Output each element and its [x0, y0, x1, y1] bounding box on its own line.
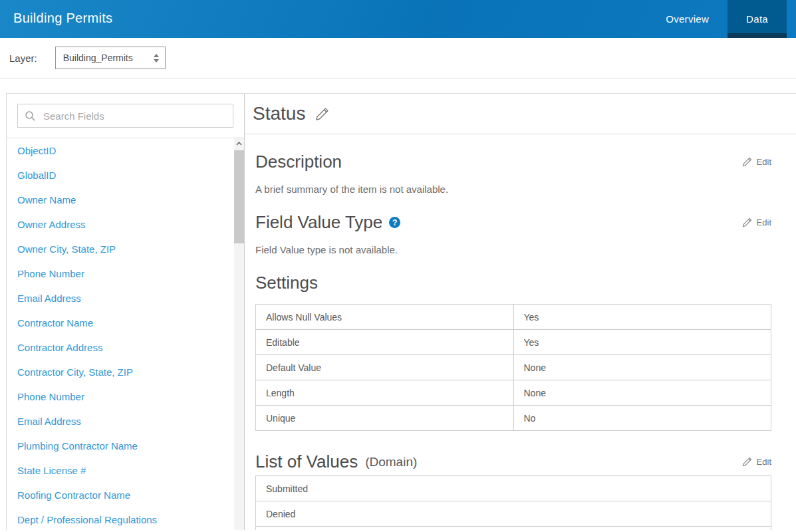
settings-section-header: Settings	[255, 273, 771, 293]
fields-list: ObjectID GlobalID Owner Name Owner Addre…	[7, 138, 234, 530]
layer-select-value: Building_Permits	[63, 53, 133, 63]
list-of-values-heading: List of Values (Domain)	[255, 452, 417, 472]
field-item[interactable]: Phone Number	[7, 384, 234, 409]
edit-label: Edit	[757, 217, 771, 227]
field-item[interactable]: Phone Number	[7, 261, 234, 286]
edit-pencil-icon	[742, 457, 752, 467]
layer-label: Layer:	[9, 53, 37, 64]
field-value-type-section-header: Field Value Type ? Edit	[255, 212, 771, 233]
tab-overview[interactable]: Overview	[647, 0, 728, 38]
rename-field-pencil-icon[interactable]	[315, 107, 329, 121]
description-section-header: Description Edit	[255, 152, 771, 172]
header-tabs: Overview Data	[647, 0, 796, 38]
edit-pencil-icon	[742, 217, 752, 227]
settings-row: Unique No	[256, 406, 771, 431]
content-area: ObjectID GlobalID Owner Name Owner Addre…	[6, 93, 796, 530]
edit-list-of-values-button[interactable]: Edit	[742, 457, 771, 467]
value-cell: Denied	[256, 501, 771, 527]
search-box	[17, 104, 233, 128]
settings-table: Allows Null Values Yes Editable Yes Defa…	[255, 304, 771, 431]
description-heading: Description	[255, 152, 342, 172]
field-item[interactable]: State License #	[7, 458, 234, 483]
field-value-type-heading-text: Field Value Type	[255, 212, 382, 233]
tab-data[interactable]: Data	[728, 0, 787, 38]
layer-select[interactable]: Building_Permits	[55, 47, 166, 69]
value-row: Hold	[256, 527, 771, 531]
field-item[interactable]: Dept / Professional Regulations	[7, 507, 234, 530]
field-detail-panel: Status Description Edit A brief summary …	[245, 94, 796, 530]
field-item[interactable]: Plumbing Contractor Name	[7, 434, 234, 458]
app-header: Building Permits Overview Data	[0, 0, 796, 38]
field-item[interactable]: Contractor Name	[7, 311, 234, 335]
field-item[interactable]: Email Address	[7, 286, 234, 311]
field-item[interactable]: Contractor Address	[7, 335, 234, 360]
edit-label: Edit	[757, 457, 771, 467]
tab-overview-label: Overview	[666, 13, 709, 25]
settings-row: Default Value None	[256, 355, 771, 380]
settings-key-cell: Unique	[256, 406, 514, 431]
description-text: A brief summary of the item is not avail…	[255, 184, 771, 195]
value-cell: Hold	[256, 527, 771, 531]
settings-row: Length None	[256, 380, 771, 406]
edit-pencil-icon	[742, 157, 752, 167]
fields-scrollbar[interactable]	[234, 138, 244, 530]
field-item[interactable]: Owner City, State, ZIP	[7, 237, 234, 261]
settings-key-cell: Default Value	[256, 355, 514, 380]
field-item[interactable]: Contractor City, State, ZIP	[7, 360, 234, 384]
search-row	[7, 94, 244, 138]
search-fields-input[interactable]	[42, 110, 226, 122]
field-item[interactable]: ObjectID	[7, 138, 234, 163]
field-detail-header: Status	[245, 94, 796, 134]
edit-field-value-type-button[interactable]: Edit	[742, 217, 771, 227]
edit-description-button[interactable]: Edit	[742, 157, 771, 167]
list-of-values-section-header: List of Values (Domain) Edit	[255, 452, 771, 472]
field-value-type-heading: Field Value Type ?	[255, 212, 400, 233]
layer-bar: Layer: Building_Permits	[0, 38, 796, 78]
field-value-type-text: Field Value type is not available.	[255, 244, 771, 255]
scroll-up-icon[interactable]	[234, 138, 244, 149]
value-row: Denied	[256, 501, 771, 527]
settings-value-cell: Yes	[513, 305, 771, 330]
field-item[interactable]: GlobalID	[7, 163, 234, 188]
settings-key-cell: Allows Null Values	[256, 305, 514, 330]
search-icon	[25, 110, 36, 122]
settings-key-cell: Length	[256, 380, 514, 406]
settings-row: Editable Yes	[256, 330, 771, 355]
value-row: Submitted	[256, 476, 771, 501]
field-item[interactable]: Owner Address	[7, 212, 234, 237]
settings-heading: Settings	[255, 273, 318, 293]
domain-suffix: (Domain)	[365, 455, 417, 469]
settings-value-cell: Yes	[513, 330, 771, 355]
scrollbar-thumb[interactable]	[234, 150, 244, 243]
settings-key-cell: Editable	[256, 330, 514, 355]
field-detail-body: Description Edit A brief summary of the …	[245, 134, 796, 530]
settings-row: Allows Null Values Yes	[256, 305, 771, 330]
edit-label: Edit	[757, 157, 771, 167]
fields-list-wrap: ObjectID GlobalID Owner Name Owner Addre…	[7, 138, 244, 530]
field-title: Status	[253, 103, 305, 124]
field-item[interactable]: Email Address	[7, 409, 234, 434]
settings-value-cell: None	[513, 380, 771, 406]
fields-panel: ObjectID GlobalID Owner Name Owner Addre…	[6, 94, 245, 530]
list-of-values-heading-text: List of Values	[255, 452, 358, 472]
tab-data-label: Data	[746, 13, 768, 25]
page-title: Building Permits	[0, 0, 112, 38]
field-item[interactable]: Owner Name	[7, 188, 234, 212]
select-arrows-icon	[154, 54, 159, 63]
settings-value-cell: None	[513, 355, 771, 380]
help-icon[interactable]: ?	[389, 217, 400, 228]
field-item[interactable]: Roofing Contractor Name	[7, 483, 234, 507]
list-of-values-table: Submitted Denied Hold	[255, 475, 771, 530]
settings-value-cell: No	[513, 406, 771, 431]
value-cell: Submitted	[256, 476, 771, 501]
